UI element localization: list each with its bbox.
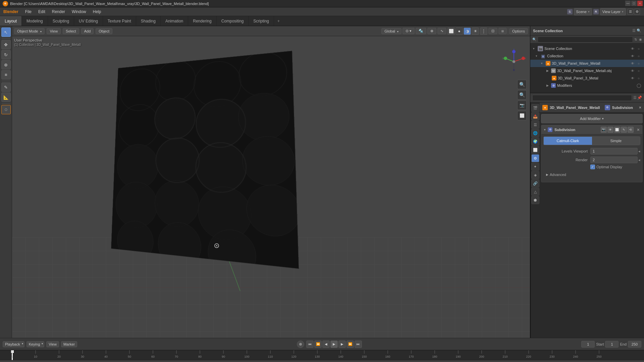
mod-circle-icon[interactable]: ◯ [636,83,641,88]
proportional-edit[interactable]: ⊗ [427,28,436,34]
camera-btn[interactable]: 📷 [517,101,527,110]
xray-toggle[interactable]: ⧇ [498,28,507,34]
levels-arrow[interactable]: ◂ [638,149,640,154]
marker-menu[interactable]: Marker [61,341,77,347]
tab-modeling[interactable]: Modeling [22,16,48,26]
menu-file[interactable]: File [22,7,35,16]
record-button[interactable] [297,341,304,348]
eye-icon-3[interactable]: 👁 [630,61,635,66]
viewlayer-selector[interactable]: View Layer ▾ [600,8,626,15]
outliner-collection[interactable]: ▾ ▣ Collection 👁 ○ [530,52,644,60]
tab-scripting[interactable]: Scripting [249,16,274,26]
eye-icon-5[interactable]: 👁 [630,75,635,81]
wireframe-shade[interactable]: ⬜ [447,27,455,35]
shade-options[interactable]: ⋮ [480,27,487,35]
object-mode-dropdown[interactable]: Object Mode ▾ [14,28,45,34]
ortho-btn[interactable]: ⬜ [517,111,527,120]
tab-texturepaint[interactable]: Texture Paint [103,16,136,26]
viewport-canvas[interactable]: User Perspective (1) Collection | 3D_Wal… [12,36,530,338]
tool-rotate[interactable]: ↻ [1,50,11,59]
outliner-scene-collection[interactable]: ▾ 🎬 Scene Collection 👁 ○ [530,45,644,52]
outliner-modifiers[interactable]: ▶ ⚙ Modifiers ◯ [530,82,644,89]
add-modifier-button[interactable]: Add Modifier ▾ [541,114,643,123]
mod-realtime-icon[interactable]: ⬜ [614,127,620,133]
advanced-header[interactable]: ▶ Advanced [546,171,638,179]
close-button[interactable]: × [637,1,643,6]
prop-header-close[interactable]: × [639,105,641,110]
constraints-props-icon[interactable]: 🔗 [531,179,539,187]
view-timeline-menu[interactable]: View [46,341,59,347]
menu-render[interactable]: Render [49,7,68,16]
tool-scale[interactable]: ⊕ [1,60,11,69]
modifier-expand[interactable]: ▾ [544,128,546,131]
menu-window[interactable]: Window [68,7,90,16]
timeline-track[interactable]: 1 10 20 30 40 50 60 70 80 90 100 110 120… [0,350,644,360]
proportional-falloff[interactable]: ∿ [437,28,446,34]
mod-camera-icon[interactable]: 📷 [601,127,607,133]
tool-annotate[interactable]: ✎ [1,82,11,92]
pin-props-icon[interactable]: 📌 [637,96,642,100]
tool-select[interactable]: ↖ [1,27,11,37]
playback-dropdown[interactable]: Playback [3,341,24,347]
play-btn[interactable]: ▶ [330,341,338,348]
snap-toggle[interactable]: 🔩 [416,28,426,34]
eye-icon-4[interactable]: 👁 [630,68,635,73]
render-props-icon[interactable]: 🎬 [531,104,539,112]
restrict-icon[interactable]: ○ [636,46,641,51]
menu-blender[interactable]: Blender [0,7,22,16]
prev-keyframe-btn[interactable]: ⏪ [314,341,322,348]
restrict-icon-2[interactable]: ○ [636,53,641,59]
transform-global[interactable]: Global ▾ [381,28,401,34]
simple-btn[interactable]: Simple [592,137,640,145]
zoom-out-btn[interactable]: 🔍 [517,90,527,100]
view-layer-props-icon[interactable]: ☰ [531,121,539,129]
current-frame-input[interactable]: 1 [581,341,595,348]
solid-shade[interactable]: ● [455,27,463,35]
data-props-icon[interactable]: △ [531,188,539,196]
zoom-in-btn[interactable]: 🔍 [517,80,527,89]
end-frame-input[interactable]: 250 [628,341,641,348]
render-arrow[interactable]: ◂ [638,158,640,162]
minimize-button[interactable]: — [625,1,631,6]
window-controls[interactable]: — □ × [625,1,643,6]
restrict-icon-3[interactable]: ○ [636,61,641,66]
outliner-sort-icon[interactable]: ⇅ [634,38,637,41]
eye-icon-2[interactable]: 👁 [630,53,635,59]
tab-sculpting[interactable]: Sculpting [48,16,74,26]
restrict-icon-4[interactable]: ○ [636,68,641,73]
scene-props-icon[interactable]: 🌐 [531,129,539,137]
restrict-icon-5[interactable]: ○ [636,75,641,81]
pivot-point[interactable]: ⊙ ▾ [402,28,415,34]
tab-layout[interactable]: Layout [0,16,22,26]
levels-viewport-value[interactable]: 1 [590,148,638,155]
outliner-search-icon[interactable]: 🔍 [637,28,641,33]
add-workspace-button[interactable]: + [274,17,283,25]
tab-rendering[interactable]: Rendering [188,16,216,26]
menu-help[interactable]: Help [90,7,105,16]
outliner-restrict-icon[interactable]: ◉ [639,38,642,41]
select-menu[interactable]: Select [63,28,79,34]
outliner-filter-icon[interactable]: ☰ [632,28,636,33]
particles-props-icon[interactable]: ✦ [531,163,539,171]
jump-start-btn[interactable]: ⏮ [306,341,314,348]
tool-transform[interactable]: ⊠ [1,70,11,79]
keying-dropdown[interactable]: Keying [26,341,45,347]
rendered-shade[interactable]: ☀ [472,27,479,35]
next-frame-btn[interactable]: ▶ [338,341,346,348]
optimal-display-checkbox[interactable]: ✓ [590,165,595,169]
add-menu[interactable]: Add [81,28,94,34]
modifier-props-icon[interactable]: ⚙ [531,154,539,162]
tab-animation[interactable]: Animation [161,16,188,26]
maximize-button[interactable]: □ [631,1,637,6]
object-props-icon[interactable]: ⬜ [531,146,539,154]
physics-props-icon[interactable]: ◈ [531,171,539,179]
tab-shading[interactable]: Shading [136,16,161,26]
tool-measure[interactable]: 📐 [1,93,11,102]
properties-search-input[interactable] [532,95,632,101]
viewport-overlays[interactable]: ⊡ [488,28,497,34]
jump-end-btn[interactable]: ⏭ [355,341,362,348]
prev-frame-btn[interactable]: ◀ [322,341,330,348]
tab-uvediting[interactable]: UV Editing [74,16,103,26]
menu-edit[interactable]: Edit [35,7,49,16]
outliner-main-object[interactable]: ▾ ▲ 3D_Wall_Panel_Wave_Metall 👁 ○ [530,60,644,67]
